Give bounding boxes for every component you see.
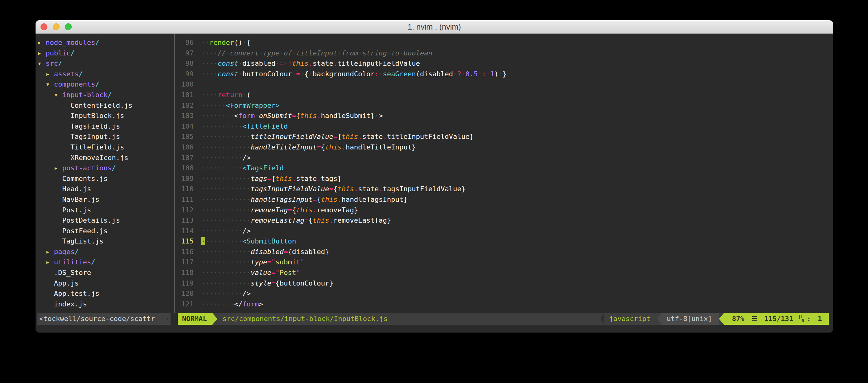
nerdtree-pane[interactable]: ▸ node_modules/▸ public/▾ src/ ▸ assets/…	[37, 37, 172, 311]
tree-item-XRemoveIcon.js[interactable]: XRemoveIcon.js	[37, 152, 172, 163]
tree-item-App.js[interactable]: App.js	[37, 278, 172, 289]
tree-item-src[interactable]: ▾ src/	[37, 58, 172, 69]
tree-item-PostFeed.js[interactable]: PostFeed.js	[37, 226, 172, 236]
line-text: ······<FormWrapper>	[201, 100, 280, 111]
editor-pane[interactable]: 96··render()·{97····//·convert·type·of·t…	[175, 37, 833, 311]
tree-item-Head.js[interactable]: Head.js	[37, 184, 172, 194]
tree-item-TitleField.js[interactable]: TitleField.js	[37, 142, 172, 152]
window-title: 1. nvim . (nvim)	[35, 20, 833, 33]
line-number: 111	[175, 194, 194, 205]
code-line-119[interactable]: 119············style={buttonColour}	[175, 278, 833, 289]
close-button[interactable]	[40, 23, 48, 30]
airline-statusline: NORMAL src/components/input-block/InputB…	[178, 313, 829, 325]
code-line-104[interactable]: 104··········<TitleField	[175, 121, 833, 132]
tree-item-node_modules[interactable]: ▸ node_modules/	[37, 37, 172, 48]
tree-item-TagsInput.js[interactable]: TagsInput.js	[37, 131, 172, 142]
code-line-116[interactable]: 116············disabled={disabled}	[175, 247, 833, 257]
line-number: 107	[175, 152, 194, 163]
line-number: 121	[175, 299, 194, 310]
code-line-99[interactable]: 99····const·buttonColour·=·{·backgroundC…	[175, 69, 833, 79]
code-line-114[interactable]: 114··········/>	[175, 226, 833, 236]
zoom-button[interactable]	[65, 23, 72, 30]
line-number: 110	[175, 184, 194, 194]
nerdtree-path: <tockwell/source-code/scattr	[39, 315, 155, 323]
tree-item-components[interactable]: ▾ components/	[37, 79, 172, 90]
code-line-108[interactable]: 108··········<TagsField	[175, 163, 833, 173]
tree-item-TagList.js[interactable]: TagList.js	[37, 236, 172, 247]
minimize-button[interactable]	[53, 23, 60, 30]
file-name: App.js	[54, 279, 79, 287]
directory-slash: /	[107, 91, 112, 99]
code-line-110[interactable]: 110············tagsInputFieldValue={this…	[175, 184, 833, 194]
nvim-terminal: ▸ node_modules/▸ public/▾ src/ ▸ assets/…	[35, 34, 833, 333]
tree-item-post-actions[interactable]: ▸ post-actions/	[37, 163, 172, 173]
code-line-107[interactable]: 107··········/>	[175, 152, 833, 163]
file-name: TagList.js	[62, 237, 103, 245]
file-name: XRemoveIcon.js	[70, 154, 128, 162]
code-line-105[interactable]: 105············titleInputFieldValue={thi…	[175, 131, 833, 142]
line-number: 112	[175, 205, 194, 215]
tree-item-NavBar.js[interactable]: NavBar.js	[37, 194, 172, 205]
tree-item-PostDetails.js[interactable]: PostDetails.js	[37, 215, 172, 226]
scroll-percent: 87%	[732, 313, 745, 325]
code-line-118[interactable]: 118············value="Post"	[175, 268, 833, 278]
tree-item-utilities[interactable]: ▸ utilities/	[37, 257, 172, 268]
disclosure-open-icon: ▾	[54, 91, 62, 99]
tree-item-TagsField.js[interactable]: TagsField.js	[37, 121, 172, 132]
line-text: ····//·convert·type·of·titleInput·from·s…	[201, 48, 432, 59]
code-line-106[interactable]: 106············handleTitleInput={this.ha…	[175, 142, 833, 152]
code-line-120[interactable]: 120··········/>	[175, 288, 833, 299]
code-line-112[interactable]: 112············removeTag={this.removeTag…	[175, 205, 833, 215]
line-text: ············removeLastTag={this.removeLa…	[201, 215, 391, 226]
code-line-109[interactable]: 109············tags={this.state.tags}	[175, 173, 833, 184]
directory-slash: /	[58, 60, 62, 67]
code-line-113[interactable]: 113············removeLastTag={this.remov…	[175, 215, 833, 226]
line-text: ··········<TitleField	[201, 121, 288, 132]
tree-item-index.js[interactable]: index.js	[37, 299, 172, 310]
code-line-111[interactable]: 111············handleTagsInput={this.han…	[175, 194, 833, 205]
line-number: 101	[175, 90, 194, 100]
directory-name: public	[46, 49, 70, 57]
code-line-102[interactable]: 102······<FormWrapper>	[175, 100, 833, 111]
tree-item-App.test.js[interactable]: App.test.js	[37, 288, 172, 299]
directory-name: src	[46, 60, 58, 67]
line-text: ····return·(	[201, 90, 251, 100]
tree-item-public[interactable]: ▸ public/	[37, 48, 172, 59]
disclosure-open-icon: ▾	[37, 60, 46, 67]
line-number: 105	[175, 131, 194, 142]
code-line-121[interactable]: 121········</form>	[175, 299, 833, 310]
tree-item-Comments.js[interactable]: Comments.js	[37, 173, 172, 184]
line-number: 108	[175, 163, 194, 173]
line-number: 114	[175, 226, 194, 236]
line-text: ············tags={this.state.tags}	[201, 173, 341, 184]
file-name: PostDetails.js	[62, 216, 120, 224]
disclosure-closed-icon: ▸	[37, 39, 46, 46]
tree-item-InputBlock.js[interactable]: InputBlock.js	[37, 110, 172, 121]
chevron-left-icon	[600, 313, 604, 325]
file-name: Comments.js	[62, 175, 107, 182]
tree-item-input-block[interactable]: ▾ input-block/	[37, 90, 172, 100]
line-text: ············disabled={disabled}	[201, 247, 329, 257]
code-line-98[interactable]: 98····const·disabled·=·!this.state.title…	[175, 58, 833, 69]
tree-item-Post.js[interactable]: Post.js	[37, 205, 172, 215]
tree-item-ContentField.js[interactable]: ContentField.js	[37, 100, 172, 111]
directory-name: utilities	[54, 258, 91, 266]
code-line-103[interactable]: 103········<form·onSubmit={this.handleSu…	[175, 110, 833, 121]
tree-item-.DS_Store[interactable]: .DS_Store	[37, 268, 172, 278]
line-text: ········</form>	[201, 299, 263, 310]
code-line-117[interactable]: 117············type="submit"	[175, 257, 833, 268]
code-line-101[interactable]: 101····return·(	[175, 90, 833, 100]
file-name: App.test.js	[54, 289, 99, 298]
code-line-96[interactable]: 96··render()·{	[175, 37, 833, 48]
line-number: 115	[175, 236, 194, 247]
tree-item-pages[interactable]: ▸ pages/	[37, 247, 172, 257]
line-text: ········<form·onSubmit={this.handleSubmi…	[201, 110, 383, 121]
code-line-100[interactable]: 100	[175, 79, 833, 90]
tree-item-assets[interactable]: ▸ assets/	[37, 69, 172, 79]
filetype-label: javascript	[604, 313, 657, 325]
line-number-icon: LN	[799, 315, 804, 323]
code-line-115[interactable]: 115··········<SubmitButton	[175, 236, 833, 247]
chevron-right-icon	[212, 313, 217, 325]
column-separator: :	[807, 313, 811, 325]
code-line-97[interactable]: 97····//·convert·type·of·titleInput·from…	[175, 48, 833, 59]
